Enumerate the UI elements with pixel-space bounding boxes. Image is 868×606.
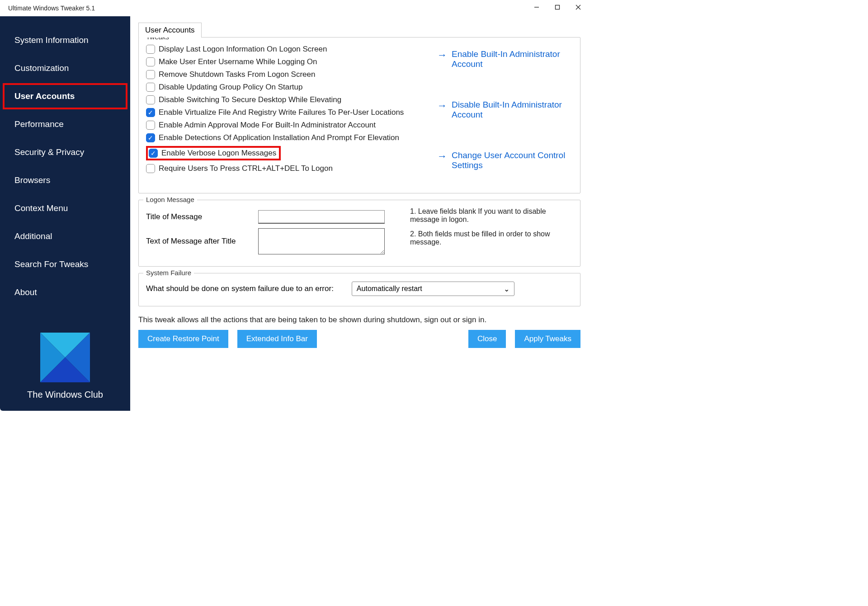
tweak-verbose-logon[interactable]: ✓Enable Verbose Logon Messages [146,144,426,162]
sidebar-item-search-for-tweaks[interactable]: Search For Tweaks [3,251,127,277]
tweak-display-last-logon[interactable]: Display Last Logon Information On Logon … [146,43,426,56]
sidebar-item-system-information[interactable]: System Information [3,27,127,53]
sidebar: System Information Customization User Ac… [0,16,130,411]
content-pane: User Accounts Tweaks Display Last Logon … [130,16,589,411]
arrow-right-icon: → [437,151,447,161]
sidebar-footer: The Windows Club [0,324,130,411]
apply-tweaks-button[interactable]: Apply Tweaks [515,330,580,348]
tweak-disable-secure-desktop[interactable]: Disable Switching To Secure Desktop Whil… [146,94,426,106]
chevron-down-icon: ⌄ [504,285,509,293]
sidebar-item-about[interactable]: About [3,279,127,305]
tweak-virtualize-file-registry[interactable]: ✓Enable Virtualize File And Registry Wri… [146,106,426,119]
window-controls [526,0,589,14]
footer-text: The Windows Club [0,390,130,400]
system-failure-select[interactable]: Automatically restart ⌄ [352,282,514,296]
logon-help-2: 2. Both fields must be filled in order t… [410,230,573,246]
sidebar-item-additional[interactable]: Additional [3,223,127,249]
sidebar-item-user-accounts[interactable]: User Accounts [3,83,127,109]
tweak-admin-approval-mode[interactable]: Enable Admin Approval Mode For Built-In … [146,119,426,132]
arrow-right-icon: → [437,50,447,60]
svg-rect-1 [556,5,560,9]
tweak-detect-app-install[interactable]: ✓Enable Detections Of Application Instal… [146,132,426,144]
tweak-disable-group-policy[interactable]: Disable Updating Group Policy On Startup [146,81,426,94]
link-enable-builtin-admin[interactable]: →Enable Built-In Administrator Account [437,49,573,69]
titlebar: Ultimate Windows Tweaker 5.1 [0,0,589,16]
link-disable-builtin-admin[interactable]: →Disable Built-In Administrator Account [437,100,573,120]
status-text: This tweak allows all the actions that a… [138,315,580,324]
system-failure-label: What should be done on system failure du… [146,284,334,293]
tweaks-group: Tweaks Display Last Logon Information On… [138,37,580,193]
sidebar-item-customization[interactable]: Customization [3,55,127,81]
logon-message-group: Logon Message Title of Message Text of M… [138,200,580,267]
tab-user-accounts[interactable]: User Accounts [138,23,202,38]
system-failure-group: System Failure What should be done on sy… [138,273,580,306]
bottom-button-bar: Create Restore Point Extended Info Bar C… [138,330,580,348]
sidebar-item-security-privacy[interactable]: Security & Privacy [3,139,127,165]
sidebar-item-browsers[interactable]: Browsers [3,167,127,193]
tab-row: User Accounts [138,23,580,38]
text-of-message-label: Text of Message after Title [146,237,245,246]
app-title: Ultimate Windows Tweaker 5.1 [8,5,95,12]
link-change-uac[interactable]: →Change User Account Control Settings [437,150,573,170]
close-button[interactable]: Close [468,330,506,348]
title-of-message-label: Title of Message [146,212,245,221]
text-of-message-input[interactable] [258,228,385,254]
extended-info-bar-button[interactable]: Extended Info Bar [237,330,317,348]
sidebar-item-performance[interactable]: Performance [3,111,127,137]
maximize-button[interactable] [547,0,568,14]
sidebar-item-context-menu[interactable]: Context Menu [3,195,127,221]
arrow-right-icon: → [437,101,447,111]
tweaks-checkbox-list: Display Last Logon Information On Logon … [146,43,426,175]
logon-message-legend: Logon Message [143,196,197,203]
logon-help-1: 1. Leave fields blank If you want to dis… [410,207,573,224]
tweak-enter-username[interactable]: Make User Enter Username While Logging O… [146,56,426,68]
system-failure-legend: System Failure [143,269,194,277]
close-window-button[interactable] [568,0,589,14]
logo-icon [40,333,90,382]
minimize-button[interactable] [526,0,547,14]
create-restore-point-button[interactable]: Create Restore Point [138,330,228,348]
tweak-ctrl-alt-del[interactable]: Require Users To Press CTRL+ALT+DEL To L… [146,162,426,175]
tweak-remove-shutdown-tasks[interactable]: Remove Shutdown Tasks From Logon Screen [146,68,426,81]
title-of-message-input[interactable] [258,210,385,224]
